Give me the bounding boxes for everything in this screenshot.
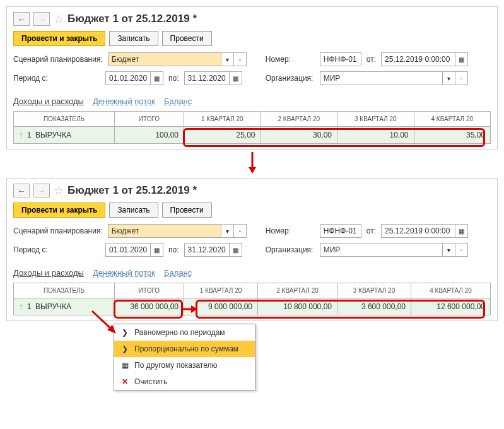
- table-row[interactable]: ↑ 1 ВЫРУЧКА 100,00 25,00 30,00 10,00 35,…: [14, 127, 491, 144]
- number-input[interactable]: НФНФ-01: [320, 52, 361, 66]
- star-icon[interactable]: ☆: [54, 184, 64, 197]
- tab-balance[interactable]: Баланс: [164, 97, 192, 106]
- col-q4: 4 КВАРТАЛ 20: [411, 283, 491, 298]
- scenario-input[interactable]: Бюджет: [108, 52, 221, 66]
- doc-date-input[interactable]: 25.12.2019 0:00:00: [381, 224, 455, 238]
- col-indicator: ПОКАЗАТЕЛЬ: [14, 283, 115, 298]
- cell-q3[interactable]: 10,00: [337, 127, 414, 144]
- dropdown-icon[interactable]: ▾: [221, 52, 234, 66]
- svg-marker-3: [191, 305, 197, 313]
- org-input[interactable]: МИР: [320, 71, 443, 85]
- col-q2: 2 КВАРТАЛ 20: [261, 112, 337, 127]
- table-row[interactable]: ↑ 1 ВЫРУЧКА 36 000 000,00 9 000 000,00 1…: [14, 298, 491, 315]
- number-label: Номер:: [266, 226, 315, 235]
- calendar-icon[interactable]: ▦: [230, 243, 242, 257]
- arrow-down-annotation: [6, 152, 498, 175]
- tab-balance[interactable]: Баланс: [164, 268, 192, 278]
- to-label: по:: [168, 74, 179, 83]
- chevron-right-icon: ❯: [120, 328, 129, 337]
- back-button[interactable]: ←: [13, 184, 30, 197]
- scenario-label: Сценарий планирования:: [13, 226, 103, 235]
- org-label: Организация:: [266, 74, 315, 83]
- date-to-input[interactable]: 31.12.2020: [184, 71, 230, 85]
- period-from-label: Период с:: [13, 245, 100, 254]
- open-icon[interactable]: ▫: [234, 52, 247, 66]
- dropdown-icon[interactable]: ▾: [443, 243, 455, 257]
- cell-total[interactable]: 100,00: [115, 127, 184, 144]
- cell-q4[interactable]: 12 600 000,00: [411, 298, 491, 315]
- menu-other-indicator[interactable]: ▦ По другому показателю: [114, 357, 255, 373]
- post-close-button[interactable]: Провести и закрыть: [13, 203, 105, 218]
- calendar-icon[interactable]: ▦: [151, 243, 163, 257]
- scenario-input[interactable]: Бюджет: [108, 224, 221, 238]
- arrow-diag-annotation: [88, 309, 120, 336]
- dropdown-icon[interactable]: ▾: [443, 71, 455, 85]
- data-grid: ПОКАЗАТЕЛЬ ИТОГО 1 КВАРТАЛ 20 2 КВАРТАЛ …: [13, 111, 491, 144]
- calendar-icon[interactable]: ▦: [455, 52, 468, 66]
- data-grid: ПОКАЗАТЕЛЬ ИТОГО 1 КВАРТАЛ 20 2 КВАРТАЛ …: [13, 283, 491, 315]
- cell-q2[interactable]: 30,00: [261, 127, 337, 144]
- date-to-input[interactable]: 31.12.2020: [184, 243, 230, 257]
- chevron-right-icon: ❯: [120, 344, 129, 353]
- date-from-input[interactable]: 01.01.2020: [105, 71, 151, 85]
- period-from-label: Период с:: [13, 74, 100, 83]
- org-input[interactable]: МИР: [320, 243, 443, 257]
- arrow-up-icon: ↑: [19, 302, 23, 311]
- svg-marker-1: [249, 167, 256, 173]
- col-q3: 3 КВАРТАЛ 20: [337, 112, 414, 127]
- menu-evenly[interactable]: ❯ Равномерно по периодам: [114, 324, 255, 341]
- post-button[interactable]: Провести: [162, 31, 212, 46]
- window-title: Бюджет 1 от 25.12.2019 *: [67, 13, 197, 25]
- dropdown-icon[interactable]: ▾: [221, 224, 234, 238]
- col-total: ИТОГО: [115, 112, 184, 127]
- arrow-up-icon: ↑: [19, 131, 23, 139]
- cell-q2[interactable]: 10 800 000,00: [258, 298, 337, 315]
- cell-q3[interactable]: 3 600 000,00: [337, 298, 411, 315]
- forward-button[interactable]: →: [33, 12, 50, 26]
- to-label: по:: [168, 245, 179, 254]
- number-input[interactable]: НФНФ-01: [320, 224, 361, 238]
- col-q4: 4 КВАРТАЛ 20: [414, 112, 491, 127]
- post-close-button[interactable]: Провести и закрыть: [13, 31, 105, 46]
- open-icon[interactable]: ▫: [455, 243, 468, 257]
- grid-icon: ▦: [120, 361, 129, 370]
- tab-income-expense[interactable]: Доходы и расходы: [13, 97, 84, 106]
- number-label: Номер:: [266, 55, 315, 64]
- tab-cashflow[interactable]: Денежный поток: [93, 268, 155, 278]
- context-menu: ❯ Равномерно по периодам ❯ Пропорциональ…: [114, 324, 255, 391]
- calendar-icon[interactable]: ▦: [455, 224, 468, 238]
- star-icon[interactable]: ☆: [54, 12, 64, 26]
- col-indicator: ПОКАЗАТЕЛЬ: [14, 112, 115, 127]
- col-q1: 1 КВАРТАЛ 20: [184, 112, 261, 127]
- calendar-icon[interactable]: ▦: [151, 71, 163, 85]
- cell-total[interactable]: 36 000 000,00: [115, 298, 184, 315]
- back-button[interactable]: ←: [13, 12, 30, 26]
- tab-income-expense[interactable]: Доходы и расходы: [13, 268, 84, 278]
- write-button[interactable]: Записать: [109, 31, 158, 46]
- from-date-label: от:: [366, 55, 376, 64]
- calendar-icon[interactable]: ▦: [230, 71, 242, 85]
- date-from-input[interactable]: 01.01.2020: [105, 243, 151, 257]
- scenario-label: Сценарий планирования:: [13, 55, 103, 64]
- arrow-right-annotation: [182, 304, 197, 314]
- cell-q4[interactable]: 35,00: [414, 127, 491, 144]
- x-icon: ✕: [120, 377, 129, 386]
- open-icon[interactable]: ▫: [234, 224, 247, 238]
- svg-line-4: [92, 311, 112, 330]
- post-button[interactable]: Провести: [162, 203, 212, 218]
- window-title: Бюджет 1 от 25.12.2019 *: [67, 184, 197, 197]
- from-date-label: от:: [366, 226, 376, 235]
- col-q3: 3 КВАРТАЛ 20: [337, 283, 411, 298]
- write-button[interactable]: Записать: [109, 203, 158, 218]
- org-label: Организация:: [266, 245, 315, 254]
- cell-q1[interactable]: 25,00: [184, 127, 261, 144]
- col-total: ИТОГО: [115, 283, 184, 298]
- menu-proportional[interactable]: ❯ Пропорционально по суммам: [114, 341, 255, 357]
- forward-button[interactable]: →: [33, 184, 50, 197]
- open-icon[interactable]: ▫: [455, 71, 468, 85]
- col-q1: 1 КВАРТАЛ 20: [184, 283, 258, 298]
- doc-date-input[interactable]: 25.12.2019 0:00:00: [381, 52, 455, 66]
- menu-clear[interactable]: ✕ Очистить: [114, 373, 255, 390]
- col-q2: 2 КВАРТАЛ 20: [258, 283, 337, 298]
- tab-cashflow[interactable]: Денежный поток: [93, 97, 155, 106]
